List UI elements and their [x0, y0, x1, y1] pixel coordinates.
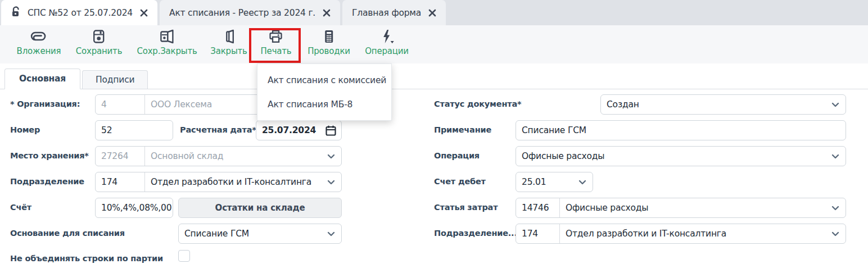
toolbar [0, 25, 868, 63]
storage-field[interactable]: 27264 Основной склад [95, 146, 342, 166]
window-tab-register[interactable]: Акт списания - Реестр за 2024 г. [160, 0, 340, 25]
account-label: Счёт [10, 203, 31, 212]
unlock-icon [11, 6, 20, 20]
window-tab-bar: СПС №52 от 25.07.2024 Акт списания - Рее… [0, 0, 868, 25]
no-merge-checkbox[interactable] [178, 250, 190, 262]
close-tab-icon[interactable] [140, 9, 148, 17]
save-close-icon [159, 29, 175, 44]
window-tab-title: Акт списания - Реестр за 2024 г. [169, 8, 315, 18]
lightning-icon [379, 29, 395, 44]
calendar-icon[interactable] [326, 125, 336, 136]
printer-icon [268, 29, 284, 44]
close-door-icon [222, 29, 236, 44]
department2-code-input[interactable]: 174 [516, 224, 560, 243]
cost-item-code-input[interactable]: 14746 [516, 198, 560, 217]
tab-signatures[interactable]: Подписи [82, 70, 148, 89]
toolbar-label: Вложения [17, 46, 61, 56]
calc-date-label: Расчетная дата* [180, 125, 256, 134]
attachments-button[interactable]: Вложения [17, 29, 61, 56]
stock-remainder-button[interactable]: Остатки на складе [178, 198, 342, 218]
chevron-down-icon[interactable] [831, 102, 839, 107]
org-label: * Организация: [10, 99, 80, 108]
cost-item-name-select[interactable]: Офисные расходы [560, 203, 831, 213]
department-field[interactable]: 174 Отдел разработки и IT-консалтинга [95, 172, 342, 192]
account-input[interactable]: 10%,4%,08%,00 [96, 203, 173, 213]
reason-value: Списание ГСМ [179, 229, 327, 239]
toolbar-label: Печать [261, 46, 292, 56]
department2-label: Подразделение... [434, 229, 517, 238]
window-tab-main-form[interactable]: Главная форма [342, 0, 446, 25]
status-value: Создан [601, 99, 831, 110]
chevron-down-icon[interactable] [831, 206, 839, 211]
department-name-select[interactable]: Отдел разработки и IT-консалтинга [145, 177, 327, 187]
window-tab-document[interactable]: СПС №52 от 25.07.2024 [1, 0, 157, 25]
tab-main[interactable]: Основная [4, 69, 80, 89]
close-tab-icon[interactable] [323, 9, 331, 17]
number-label: Номер [10, 125, 40, 134]
menu-item-act-commission[interactable]: Акт списания с комиссией [257, 68, 391, 92]
save-close-button[interactable]: Сохр.Закрыть [137, 29, 197, 56]
operation-select[interactable]: Офисные расходы [516, 146, 846, 166]
number-field[interactable]: 52 [95, 120, 173, 140]
reason-select[interactable]: Списание ГСМ [178, 224, 342, 244]
chevron-down-icon[interactable] [831, 231, 839, 236]
toolbar-label: Операции [365, 46, 409, 56]
print-dropdown-menu: Акт списания с комиссией Акт списания МБ… [257, 63, 392, 121]
storage-name-select[interactable]: Основной склад [145, 151, 327, 161]
calc-date-field[interactable]: 25.07.2024 [256, 120, 342, 140]
chevron-down-icon[interactable] [578, 180, 586, 185]
department-label: Подразделение [10, 177, 84, 186]
close-button[interactable]: Печать Закрыть [210, 29, 247, 56]
debit-account-value: 25.01 [516, 177, 578, 187]
department-code-input[interactable]: 174 [96, 172, 145, 192]
operations-button[interactable]: Операции [365, 29, 409, 56]
debit-account-label: Счет дебет [434, 177, 486, 186]
chevron-down-icon[interactable] [831, 154, 839, 159]
window-tab-title: Главная форма [352, 8, 421, 18]
toolbar-label: Закрыть [210, 46, 247, 56]
note-label: Примечание [434, 125, 491, 134]
window-tab-title: СПС №52 от 25.07.2024 [28, 8, 133, 18]
no-merge-label: Не объединять строки по партии [10, 254, 163, 263]
postings-button[interactable]: Проводки [308, 29, 350, 56]
reason-label: Основание для списания [10, 229, 125, 238]
note-input[interactable]: Списание ГСМ [516, 125, 592, 135]
department2-field[interactable]: 174 Отдел разработки и IT-консалтинга [516, 224, 846, 244]
note-field[interactable]: Списание ГСМ [516, 120, 846, 140]
toolbar-label: Сохранить [76, 46, 123, 56]
calc-date-input[interactable]: 25.07.2024 [256, 125, 322, 135]
form-tab-strip: Основная Подписи [0, 69, 868, 89]
operation-label: Операция [434, 151, 480, 160]
toolbar-label: Сохр.Закрыть [137, 46, 197, 56]
print-button[interactable]: Печать [261, 29, 292, 56]
operation-value: Офисные расходы [516, 151, 831, 161]
department2-name-select[interactable]: Отдел разработки и IT-консалтинга [560, 229, 831, 239]
calculator-icon [322, 29, 336, 44]
paperclip-icon [30, 29, 48, 44]
status-label: Статус документа* [434, 99, 521, 108]
account-field[interactable]: 10%,4%,08%,00 [95, 198, 173, 218]
save-icon [92, 29, 106, 44]
menu-item-act-mb8[interactable]: Акт списания МБ-8 [257, 92, 391, 116]
cost-item-label: Статья затрат [434, 203, 498, 212]
chevron-down-icon[interactable] [327, 154, 335, 159]
cost-item-field[interactable]: 14746 Офисные расходы [516, 198, 846, 218]
number-input[interactable]: 52 [96, 125, 117, 135]
chevron-down-icon[interactable] [327, 180, 335, 185]
storage-code-input[interactable]: 27264 [96, 147, 145, 166]
close-tab-icon[interactable] [428, 9, 436, 17]
chevron-down-icon[interactable] [327, 231, 335, 236]
toolbar-label: Проводки [308, 46, 350, 56]
debit-account-select[interactable]: 25.01 [516, 172, 593, 192]
save-button[interactable]: Сохранить [76, 29, 123, 56]
status-select[interactable]: Создан [600, 94, 846, 115]
org-code-input[interactable]: 4 [96, 95, 145, 114]
storage-label: Место хранения* [10, 151, 89, 160]
